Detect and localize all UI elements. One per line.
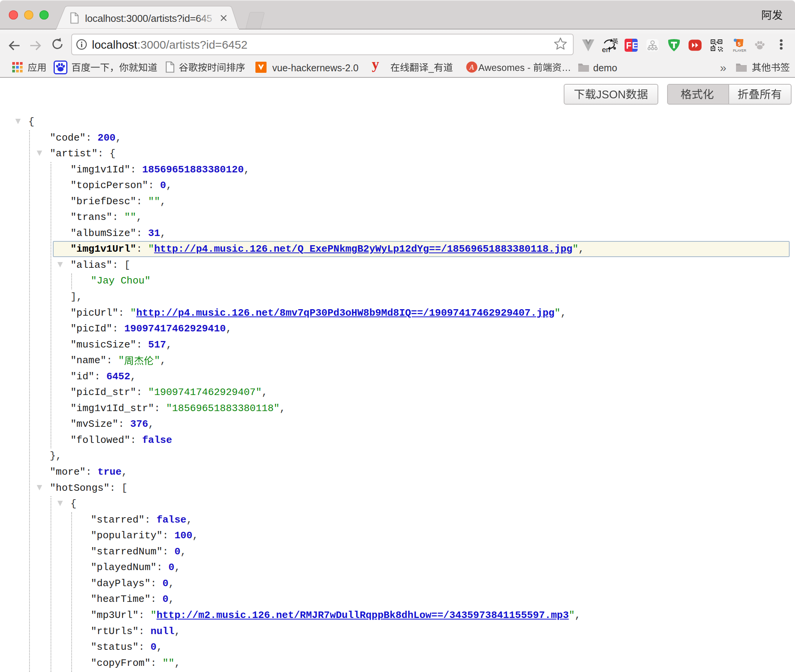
svg-text:F: F [626, 41, 631, 51]
svg-text:E: E [632, 41, 638, 51]
svg-text:A: A [469, 63, 474, 71]
svg-text:PLAYER: PLAYER [733, 49, 746, 52]
svg-text:5: 5 [738, 41, 741, 47]
